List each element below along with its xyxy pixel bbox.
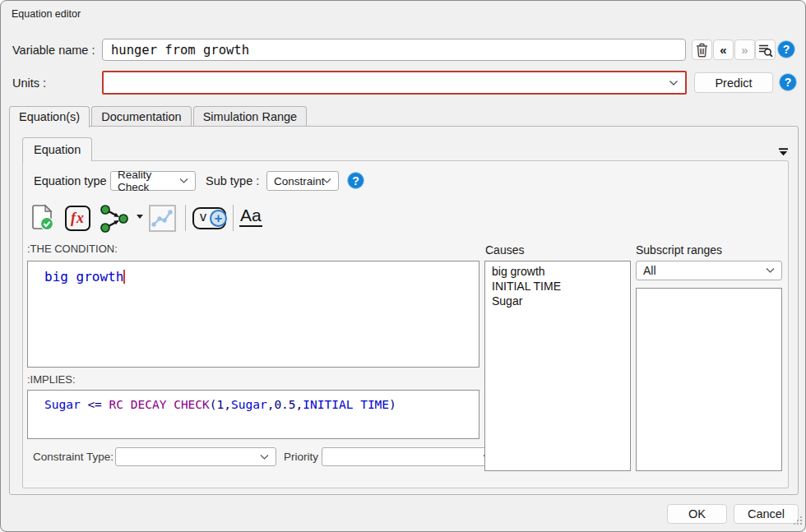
help-icon: ? — [785, 76, 792, 89]
window-title: Equation editor — [12, 8, 81, 20]
condition-label: :THE CONDITION: — [27, 243, 118, 255]
tab-simulation-range[interactable]: Simulation Range — [193, 106, 307, 126]
list-item[interactable]: big growth — [485, 264, 630, 279]
equation-token: Sugar — [231, 398, 267, 411]
main-tab-bar: Equation(s) Documentation Simulation Ran… — [9, 106, 307, 126]
next-variable-button[interactable]: » — [734, 39, 755, 60]
implies-label: :IMPLIES: — [27, 373, 76, 386]
subtab-equation[interactable]: Equation — [22, 137, 92, 161]
resize-grip-icon — [794, 516, 803, 525]
font-button[interactable]: Aa — [239, 206, 262, 227]
previous-variable-button[interactable]: « — [713, 39, 734, 60]
condition-code: big growth — [28, 261, 479, 285]
units-help-button[interactable]: ? — [779, 73, 797, 91]
condition-textarea[interactable]: big growth — [27, 261, 479, 368]
equation-type-combobox[interactable]: Reality Check — [110, 171, 196, 191]
causes-tree-button[interactable] — [100, 205, 131, 233]
priority-combobox[interactable] — [322, 447, 499, 466]
equation-token: RC DECAY CHECK — [109, 398, 210, 411]
graph-lookup-button[interactable] — [149, 205, 176, 232]
help-icon: ? — [352, 174, 359, 187]
toolbar-separator — [185, 205, 186, 231]
priority-label: Priority — [284, 451, 318, 463]
collapse-panel-button[interactable] — [778, 145, 789, 160]
tab-documentation[interactable]: Documentation — [91, 106, 192, 126]
variable-name-label: Variable name : — [12, 44, 95, 57]
equation-token: <= — [81, 398, 109, 411]
ok-button[interactable]: OK — [667, 504, 727, 524]
search-document-icon — [757, 43, 773, 58]
font-icon: Aa — [239, 206, 262, 227]
equation-token: ,0.5, — [267, 398, 303, 411]
sub-type-combobox[interactable]: Constraint — [266, 171, 339, 191]
tab-equations[interactable]: Equation(s) — [9, 106, 90, 127]
chevron-down-icon — [322, 178, 331, 184]
units-combobox[interactable] — [102, 71, 687, 95]
subscript-range-combobox[interactable]: All — [636, 261, 782, 280]
cancel-button[interactable]: Cancel — [734, 504, 799, 524]
delete-variable-button[interactable] — [692, 39, 712, 60]
subscript-elements-listbox[interactable] — [636, 288, 782, 471]
causes-listbox[interactable]: big growthINITIAL TIMESugar — [484, 261, 631, 471]
causes-label: Causes — [485, 243, 524, 257]
constraint-type-combobox[interactable] — [115, 447, 276, 466]
caret-down-icon — [137, 215, 143, 219]
document-check-icon — [30, 204, 55, 231]
find-variable-button[interactable] — [755, 39, 776, 60]
sub-type-label: Sub type : — [206, 174, 259, 187]
units-label: Units : — [12, 76, 46, 90]
list-item[interactable]: Sugar — [485, 294, 630, 308]
chevron-down-icon — [766, 268, 775, 274]
variable-plus-icon: v + — [192, 207, 226, 229]
subscript-ranges-label: Subscript ranges — [636, 243, 722, 257]
chevrons-right-icon: » — [741, 43, 748, 57]
variable-name-input[interactable]: hunger from growth — [102, 39, 686, 61]
list-item[interactable]: INITIAL TIME — [485, 279, 630, 294]
equation-token: INITIAL TIME — [303, 398, 389, 411]
trash-icon — [695, 43, 709, 58]
causes-tree-icon — [100, 205, 131, 233]
equations-tab-panel: Equation Equation type : Reality Check S… — [9, 126, 799, 495]
collapse-panel-icon — [778, 147, 789, 156]
chevrons-left-icon: « — [720, 43, 726, 57]
variable-name-value: hunger from growth — [103, 43, 249, 58]
line-chart-icon — [149, 205, 176, 232]
chevron-down-icon — [179, 178, 188, 184]
resize-grip[interactable] — [794, 514, 803, 529]
title-bar[interactable]: Equation editor — [1, 1, 805, 29]
check-syntax-button[interactable] — [30, 204, 55, 231]
implies-textarea[interactable]: Sugar <= RC DECAY CHECK(1,Sugar,0.5,INIT… — [27, 390, 479, 439]
chevron-down-icon — [669, 80, 679, 86]
equation-editor-window: Equation editor Variable name : hunger f… — [0, 0, 806, 532]
variable-help-button[interactable]: ? — [777, 40, 795, 58]
predict-button[interactable]: Predict — [694, 72, 773, 93]
equation-type-help-button[interactable]: ? — [347, 172, 364, 189]
implies-code: Sugar <= RC DECAY CHECK(1,Sugar,0.5,INIT… — [28, 391, 479, 411]
help-icon: ? — [783, 43, 790, 56]
equation-toolbar: fx — [23, 203, 788, 234]
causes-tree-dropdown-button[interactable] — [137, 215, 143, 219]
equation-token: Sugar — [44, 398, 81, 411]
chevron-down-icon — [260, 454, 269, 460]
text-cursor — [123, 270, 125, 284]
equation-token: (1, — [210, 398, 231, 411]
equation-editor-panel: Equation type : Reality Check Sub type :… — [22, 160, 789, 488]
equation-type-label: Equation type : — [34, 174, 113, 187]
add-variable-button[interactable]: v + — [192, 207, 226, 229]
toolbar-separator — [233, 205, 234, 231]
equation-token: ) — [389, 398, 396, 411]
insert-function-button[interactable]: fx — [65, 206, 90, 231]
constraint-type-label: Constraint Type: — [33, 451, 113, 463]
fx-icon: fx — [65, 206, 90, 231]
